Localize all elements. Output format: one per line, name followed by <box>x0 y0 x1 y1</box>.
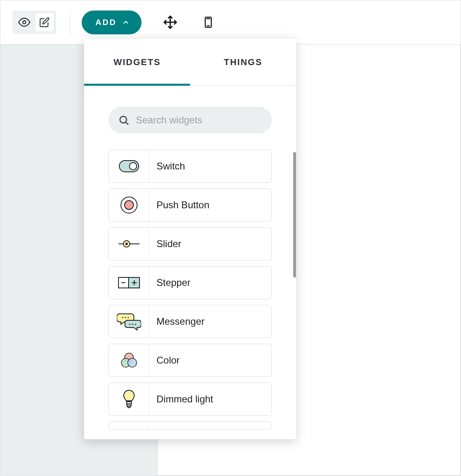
scrollbar-thumb[interactable] <box>293 152 296 277</box>
widget-item-more[interactable] <box>108 421 272 429</box>
widget-item-label: Color <box>149 355 180 366</box>
slider-icon <box>109 228 149 260</box>
widget-item-color[interactable]: Color <box>108 344 272 377</box>
widget-item-messenger[interactable]: Messenger <box>108 305 272 338</box>
tab-things[interactable]: THINGS <box>190 39 296 85</box>
pencil-icon <box>39 17 50 28</box>
tab-label: WIDGETS <box>114 57 161 68</box>
svg-point-24 <box>132 324 133 325</box>
svg-rect-31 <box>128 406 130 408</box>
widget-list[interactable]: Switch Push Button Slider Stepper <box>84 150 296 439</box>
widget-item-label: Push Button <box>149 199 209 211</box>
svg-point-14 <box>125 243 128 245</box>
stepper-icon <box>109 267 149 299</box>
svg-point-20 <box>122 317 123 318</box>
chevron-up-icon <box>122 19 129 26</box>
mobile-preview-button[interactable] <box>199 13 218 32</box>
svg-line-7 <box>126 122 128 124</box>
messenger-icon <box>109 305 149 338</box>
tab-label: THINGS <box>224 57 262 68</box>
widget-item-label: Switch <box>149 161 185 172</box>
svg-point-0 <box>23 21 26 24</box>
widget-item-label: Slider <box>149 238 181 250</box>
lightbulb-icon <box>109 383 149 415</box>
search-field[interactable] <box>108 107 272 133</box>
push-button-icon <box>109 189 149 221</box>
svg-point-25 <box>135 324 136 325</box>
widget-item-switch[interactable]: Switch <box>108 150 272 183</box>
toolbar-divider <box>70 10 70 34</box>
color-icon <box>109 344 149 377</box>
arrange-button[interactable] <box>161 13 180 32</box>
tab-widgets[interactable]: WIDGETS <box>84 39 190 85</box>
svg-point-11 <box>125 201 133 209</box>
svg-point-21 <box>125 317 126 318</box>
view-edit-toggle <box>13 11 56 34</box>
search-container <box>84 86 296 150</box>
widget-item-push-button[interactable]: Push Button <box>108 188 272 222</box>
edit-mode-button[interactable] <box>35 13 54 32</box>
widget-item-dimmed-light[interactable]: Dimmed light <box>108 383 272 416</box>
svg-point-9 <box>129 163 137 170</box>
add-dropdown: WIDGETS THINGS Switch <box>84 39 296 439</box>
move-icon <box>163 15 178 30</box>
switch-icon <box>109 150 149 182</box>
widget-item-label: Messenger <box>149 316 205 327</box>
smartphone-icon <box>202 15 214 29</box>
add-button[interactable]: ADD <box>82 11 142 34</box>
more-icon <box>109 422 149 429</box>
toolbar: ADD <box>0 0 461 44</box>
add-button-label: ADD <box>95 18 116 27</box>
eye-icon <box>18 16 30 28</box>
widget-item-label: Dimmed light <box>149 393 213 405</box>
widget-item-label: Stepper <box>149 277 190 288</box>
svg-point-23 <box>129 324 130 325</box>
svg-point-28 <box>128 358 137 367</box>
widget-item-slider[interactable]: Slider <box>108 227 272 260</box>
search-input[interactable] <box>136 114 262 126</box>
view-mode-button[interactable] <box>15 13 34 32</box>
svg-point-22 <box>127 317 129 318</box>
search-icon <box>118 114 129 126</box>
widget-item-stepper[interactable]: Stepper <box>108 266 272 299</box>
dropdown-tabs: WIDGETS THINGS <box>84 39 296 86</box>
